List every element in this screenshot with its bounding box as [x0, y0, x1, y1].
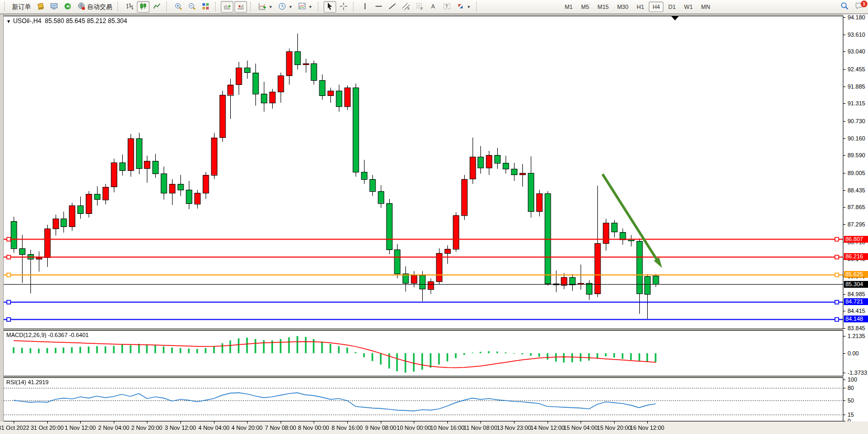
time-tick-label: 7 Nov 08:00 [265, 425, 296, 431]
line-chart-button[interactable] [151, 1, 163, 13]
timeframe-m30-button[interactable]: M30 [614, 2, 632, 12]
main-chart-canvas[interactable] [4, 16, 843, 329]
axis-tick [843, 86, 845, 87]
time-tick-label: 2 Nov 04:00 [98, 425, 129, 431]
left-gutter [0, 14, 4, 431]
macd-canvas[interactable] [4, 331, 843, 376]
arrows-button[interactable]: ▼ [454, 1, 473, 13]
new-order-button[interactable]: 新订单 [10, 1, 33, 13]
search-icon [840, 2, 849, 12]
time-tick-label: 2 Nov 20:00 [131, 425, 162, 431]
timeframe-m1-button[interactable]: M1 [561, 2, 576, 12]
line-chart-icon [153, 2, 161, 12]
clock-icon [278, 2, 286, 12]
axis-tick [843, 373, 845, 373]
symbol-label: USOil-,H4 [13, 17, 41, 25]
chart-shift-marker[interactable] [671, 16, 679, 20]
axis-tick [843, 224, 845, 225]
timeframe-h1-button[interactable]: H1 [633, 2, 648, 12]
time-tick [114, 421, 114, 424]
price-tick-label: 91.885 [848, 83, 865, 90]
time-tick [281, 421, 281, 424]
chart-shift-icon [237, 2, 245, 12]
macd-tick-label: -1.3733 [848, 370, 867, 376]
time-tick [80, 421, 81, 424]
templates-button[interactable]: ▼ [296, 1, 315, 13]
horizontal-line-button[interactable] [372, 1, 385, 13]
axis-tick [843, 17, 845, 18]
mt5-terminal-window: 新订单 自动交易 [0, 0, 868, 434]
toolbar-grip [166, 2, 169, 12]
timeframe-mn-button[interactable]: MN [698, 2, 714, 12]
trendline-button[interactable] [386, 1, 399, 13]
zoom-out-icon [188, 2, 196, 12]
auto-scroll-icon [223, 2, 231, 12]
periods-button[interactable]: ▼ [276, 1, 295, 13]
zoom-out-button[interactable] [186, 1, 198, 13]
chart-shift-button[interactable] [234, 1, 247, 13]
timeframe-m15-button[interactable]: M15 [594, 2, 612, 12]
time-tick [548, 421, 548, 424]
axis-tick [843, 69, 845, 70]
time-tick [614, 421, 615, 424]
new-order-label: 新订单 [12, 3, 31, 12]
time-tick [514, 421, 515, 424]
equidistant-channel-button[interactable]: E [400, 1, 412, 13]
algo-trading-button[interactable]: 自动交易 [75, 1, 114, 13]
time-tick [180, 421, 181, 424]
level-price-label: 86.216 [844, 253, 868, 260]
price-tick-label: 89.005 [848, 170, 865, 176]
axis-tick [843, 51, 845, 52]
price-tick-label: 87.295 [848, 221, 865, 227]
navigator-button[interactable] [48, 1, 60, 13]
tile-windows-button[interactable] [199, 1, 212, 13]
crosshair-button[interactable] [337, 1, 350, 13]
symbol-dropdown-icon[interactable]: ▼ [6, 19, 11, 24]
bar-chart-button[interactable] [123, 1, 136, 13]
auto-scroll-button[interactable] [221, 1, 233, 13]
price-tick-label: 90.730 [848, 118, 865, 124]
market-watch-button[interactable] [34, 1, 47, 13]
rsi-canvas[interactable] [4, 378, 843, 421]
vertical-line-icon [361, 2, 369, 12]
chevron-down-icon: ▼ [269, 5, 273, 9]
timeframe-m5-button[interactable]: M5 [577, 2, 593, 12]
toolbar: 新订单 自动交易 [0, 0, 868, 14]
candlestick-chart-button[interactable] [137, 1, 149, 13]
search-button[interactable] [838, 1, 851, 13]
time-tick [47, 421, 48, 424]
text-button[interactable]: A [427, 1, 440, 13]
text-label-button[interactable]: T [441, 1, 453, 13]
fibonacci-button[interactable]: F [413, 1, 426, 13]
axis-tick [843, 388, 845, 388]
chat-button[interactable]: 1 [852, 1, 866, 13]
time-axis[interactable]: 31 Oct 202231 Oct 20:001 Nov 12:002 Nov … [0, 421, 868, 434]
time-tick-label: 15 Nov 20:00 [597, 425, 631, 431]
equidistant-channel-icon: E [402, 2, 410, 12]
timeframe-h4-button[interactable]: H4 [649, 2, 663, 12]
rsi-label: RSI(14) 41.2919 [6, 379, 49, 385]
svg-text:A: A [431, 3, 435, 9]
indicators-button[interactable]: ▼ [256, 1, 275, 13]
timeframe-d1-button[interactable]: D1 [665, 2, 679, 12]
horizontal-line-icon [374, 2, 383, 12]
cursor-button[interactable] [324, 1, 336, 13]
zoom-in-button[interactable] [172, 1, 185, 13]
vertical-line-button[interactable] [359, 1, 371, 13]
signals-icon [63, 2, 72, 12]
rsi-tick-label: 15 [848, 411, 854, 418]
axis-tick [843, 35, 845, 35]
axis-tick [843, 336, 845, 337]
price-tick-label: 84.415 [848, 308, 865, 314]
zoom-in-icon [174, 2, 183, 12]
time-tick [381, 421, 381, 424]
text-icon: A [429, 2, 437, 12]
timeframe-w1-button[interactable]: W1 [680, 2, 696, 12]
indicators-icon [258, 2, 266, 12]
time-tick [247, 421, 248, 424]
level-price-label: 86.807 [844, 236, 868, 243]
signals-button[interactable] [61, 1, 74, 13]
templates-icon [298, 2, 306, 12]
time-tick [314, 421, 314, 424]
price-axis[interactable]: 94.18093.61093.04092.45591.88591.31590.7… [843, 14, 868, 421]
